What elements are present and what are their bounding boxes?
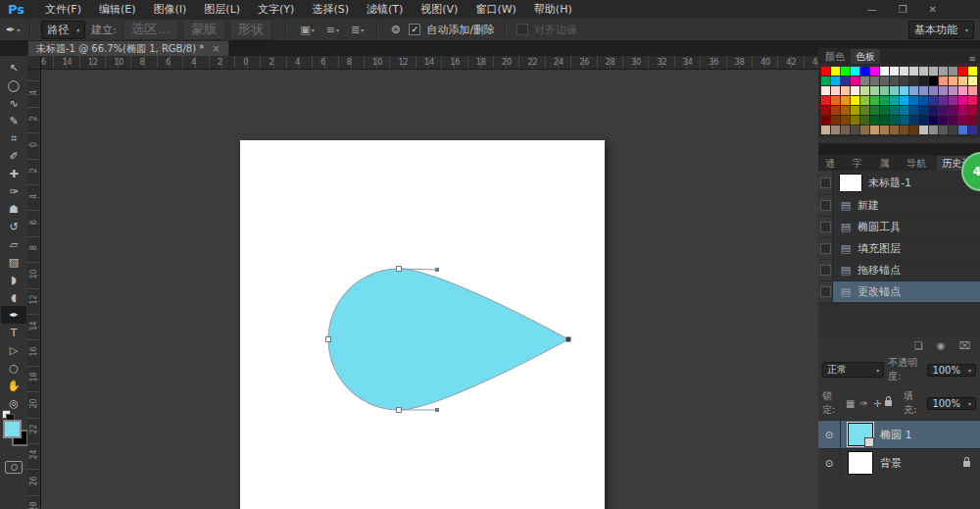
color-swatch[interactable]	[841, 116, 850, 125]
document-canvas[interactable]	[240, 140, 605, 509]
color-swatch[interactable]	[870, 116, 879, 125]
color-swatch[interactable]	[919, 67, 928, 76]
color-swatch[interactable]	[900, 106, 908, 115]
color-swatch[interactable]	[870, 76, 879, 85]
tool-healing-brush[interactable]: ✚	[1, 165, 26, 182]
history-footer-icon-delete-state[interactable]: ⌧	[958, 340, 970, 351]
color-swatch[interactable]	[919, 96, 928, 105]
tool-brush[interactable]: ✑	[1, 182, 26, 200]
tool-lasso[interactable]: ∿	[1, 94, 26, 112]
color-swatch[interactable]	[949, 76, 957, 85]
color-swatch[interactable]	[949, 96, 957, 105]
color-swatch[interactable]	[968, 76, 977, 85]
panel-tab-导航器[interactable]: 导航器	[902, 156, 936, 171]
color-swatch[interactable]	[821, 76, 830, 85]
color-swatch[interactable]	[880, 126, 889, 134]
color-swatch[interactable]	[968, 116, 977, 125]
history-footer-icon-new-document-from-state[interactable]: ❏	[914, 340, 923, 351]
window-control-close[interactable]: ✕	[929, 4, 937, 15]
tool-move[interactable]: ↖	[1, 59, 26, 76]
auto-add-delete-checkbox[interactable]: ✓	[409, 24, 420, 35]
color-swatch[interactable]	[919, 106, 928, 115]
color-swatch[interactable]	[821, 96, 830, 105]
color-swatch[interactable]	[870, 67, 879, 76]
history-state-row[interactable]: ▤ 更改锚点	[818, 281, 980, 303]
color-swatch[interactable]	[851, 116, 859, 125]
history-brush-source-well[interactable]	[818, 281, 833, 302]
color-swatch[interactable]	[949, 86, 957, 95]
history-brush-source-well[interactable]	[818, 260, 833, 280]
menu-item[interactable]: 帮助(H)	[525, 2, 581, 17]
gear-icon[interactable]: ❂	[388, 24, 403, 36]
window-control-restore[interactable]: ❐	[899, 4, 907, 15]
color-swatch[interactable]	[880, 96, 889, 105]
layer-row[interactable]: ⊙ 椭圆 1	[818, 420, 980, 448]
color-swatch[interactable]	[890, 106, 899, 115]
tool-history-brush[interactable]: ↺	[1, 218, 26, 235]
color-swatch[interactable]	[949, 126, 957, 134]
history-brush-source-well[interactable]	[818, 195, 833, 216]
color-swatch[interactable]	[968, 86, 977, 95]
color-swatch[interactable]	[929, 67, 938, 76]
color-swatch[interactable]	[851, 106, 859, 115]
color-swatch[interactable]	[890, 96, 899, 105]
color-swatch[interactable]	[831, 106, 840, 115]
color-swatch[interactable]	[841, 67, 850, 76]
tool-shape[interactable]: ○	[1, 359, 26, 377]
color-swatch[interactable]	[890, 86, 899, 95]
menu-item[interactable]: 文件(F)	[36, 2, 90, 17]
color-swatch[interactable]	[860, 106, 869, 115]
color-swatch[interactable]	[831, 96, 840, 105]
color-swatch[interactable]	[841, 86, 850, 95]
history-brush-source-well[interactable]	[818, 171, 833, 194]
color-swatch[interactable]	[860, 96, 869, 105]
tool-gradient[interactable]: ▨	[1, 253, 26, 271]
menu-item[interactable]: 视图(V)	[412, 2, 466, 17]
color-swatch[interactable]	[900, 126, 908, 134]
history-state-row[interactable]: ▤ 拖移锚点	[818, 260, 980, 281]
color-swatch[interactable]	[968, 67, 977, 76]
color-swatch[interactable]	[841, 126, 850, 134]
history-state-row[interactable]: ▤ 椭圆工具	[818, 217, 980, 238]
color-swatch[interactable]	[880, 76, 889, 85]
color-swatch[interactable]	[939, 86, 948, 95]
color-swatch[interactable]	[900, 67, 908, 76]
color-swatch[interactable]	[919, 86, 928, 95]
color-swatch[interactable]	[890, 116, 899, 125]
color-swatch[interactable]	[831, 116, 840, 125]
layer-row[interactable]: ⊙ 背景	[818, 448, 980, 477]
color-swatch[interactable]	[821, 126, 830, 134]
color-swatch[interactable]	[919, 116, 928, 125]
lock-icon-lock-position[interactable]: ✛	[873, 398, 881, 409]
color-swatch[interactable]	[929, 126, 938, 134]
panel-tab-通道[interactable]: 通道	[820, 156, 847, 171]
color-swatch[interactable]	[890, 76, 899, 85]
color-swatch[interactable]	[851, 67, 859, 76]
color-swatch[interactable]	[958, 96, 967, 105]
color-swatch[interactable]	[949, 106, 957, 115]
panel-menu-icon[interactable]: ≡	[968, 54, 980, 64]
color-swatch[interactable]	[831, 67, 840, 76]
handle-end-point[interactable]	[435, 268, 439, 272]
tool-crop[interactable]: ⌗	[1, 129, 26, 147]
lock-all-icon[interactable]	[885, 400, 892, 406]
icon-path-alignment[interactable]: ≡▾	[323, 24, 342, 36]
color-swatch[interactable]	[939, 76, 948, 85]
color-swatch[interactable]	[958, 67, 967, 76]
color-swatch[interactable]	[958, 86, 967, 95]
color-swatch[interactable]	[929, 86, 938, 95]
close-tab-icon[interactable]: ×	[212, 43, 220, 54]
color-swatch[interactable]	[909, 76, 918, 85]
history-footer-icon-new-snapshot[interactable]: ◉	[937, 340, 946, 351]
tool-hand[interactable]: ✋	[1, 377, 26, 394]
anchor-point-bottom[interactable]	[397, 408, 402, 413]
handle-end-point[interactable]	[435, 408, 439, 412]
color-swatch[interactable]	[958, 76, 967, 85]
color-swatch[interactable]	[821, 67, 830, 76]
tool-preset-picker[interactable]: ✒ ▾	[6, 24, 20, 36]
color-swatch[interactable]	[851, 96, 859, 105]
menu-item[interactable]: 滤镜(T)	[358, 2, 412, 17]
color-swatch[interactable]	[958, 106, 967, 115]
visibility-eye-icon[interactable]: ⊙	[818, 421, 841, 448]
color-swatch[interactable]	[890, 126, 899, 134]
